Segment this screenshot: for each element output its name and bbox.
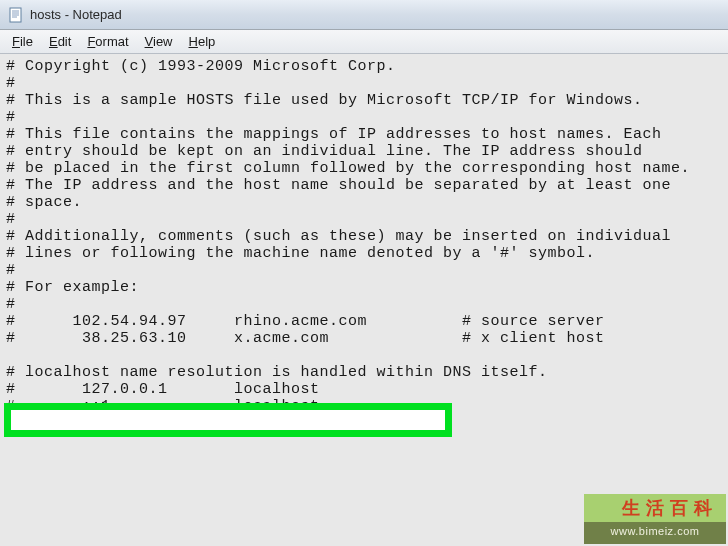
highlight-annotation xyxy=(4,403,452,437)
menu-help-rest: elp xyxy=(198,34,215,49)
editor-content[interactable]: # Copyright (c) 1993-2009 Microsoft Corp… xyxy=(6,58,722,415)
watermark-url: www.bimeiz.com xyxy=(584,522,726,544)
menubar: File Edit Format View Help xyxy=(0,30,728,54)
titlebar[interactable]: hosts - Notepad xyxy=(0,0,728,30)
watermark-title: 生活百科 xyxy=(584,494,726,522)
menu-help[interactable]: Help xyxy=(181,32,224,51)
menu-format[interactable]: Format xyxy=(79,32,136,51)
editor-area[interactable]: # Copyright (c) 1993-2009 Microsoft Corp… xyxy=(0,54,728,546)
window-title: hosts - Notepad xyxy=(30,7,122,22)
menu-format-rest: ormat xyxy=(95,34,128,49)
menu-file-rest: ile xyxy=(20,34,33,49)
watermark: 生活百科 www.bimeiz.com xyxy=(584,494,726,544)
notepad-icon xyxy=(8,7,24,23)
menu-file[interactable]: File xyxy=(4,32,41,51)
menu-view[interactable]: View xyxy=(137,32,181,51)
menu-edit[interactable]: Edit xyxy=(41,32,79,51)
menu-edit-rest: dit xyxy=(58,34,72,49)
menu-view-rest: iew xyxy=(153,34,173,49)
